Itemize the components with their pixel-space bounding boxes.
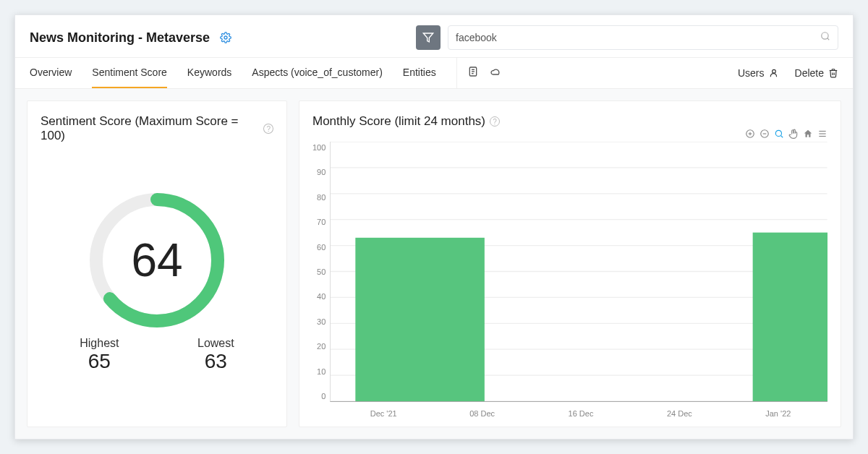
cloud-icon[interactable] [489,66,502,80]
delete-label: Delete [795,67,824,79]
chart-menu-icon[interactable] [817,129,827,142]
tab-keywords[interactable]: Keywords [187,58,231,88]
svg-point-16 [775,130,781,136]
lowest-stat: Lowest 63 [197,337,234,373]
svg-point-8 [772,69,775,73]
search-input-wrapper [448,25,838,50]
sentiment-gauge: 64 [85,188,229,333]
svg-rect-33 [753,233,827,401]
highest-value: 65 [80,350,119,373]
tab-overview[interactable]: Overview [30,58,72,88]
settings-gear-icon[interactable] [220,32,231,43]
zoom-in-icon[interactable] [745,129,755,142]
zoom-area-icon[interactable] [774,129,784,142]
monthly-score-card: Monthly Score (limit 24 months) ? 100908… [299,100,841,427]
sentiment-score-card: Sentiment Score (Maximum Score = 100) ? … [27,100,287,427]
chart-plot-area [330,142,827,402]
svg-line-17 [780,135,783,137]
tab-sentiment-score[interactable]: Sentiment Score [92,58,167,88]
svg-point-2 [822,33,828,39]
pan-icon[interactable] [788,129,799,142]
svg-rect-32 [356,238,485,401]
svg-line-3 [827,38,830,40]
user-icon [769,68,779,78]
header: News Monitoring - Metaverse [15,15,853,57]
delete-button[interactable]: Delete [795,67,838,79]
tab-icon-group [456,58,502,88]
chart-x-axis: Dec '2108 Dec16 Dec24 DecJan '22 [312,402,827,418]
svg-marker-1 [423,33,433,42]
monthly-card-title-text: Monthly Score (limit 24 months) [312,114,485,129]
lowest-label: Lowest [197,337,234,350]
chart-y-axis: 1009080706050403020100 [312,142,330,402]
zoom-out-icon[interactable] [760,129,770,142]
page-title: News Monitoring - Metaverse [30,30,210,46]
users-button[interactable]: Users [738,67,779,79]
sentiment-card-title-text: Sentiment Score (Maximum Score = 100) [41,114,259,143]
help-icon[interactable]: ? [490,116,500,127]
chart-toolbar [312,129,827,142]
filter-button[interactable] [416,25,441,50]
highest-stat: Highest 65 [80,337,119,373]
tab-entities[interactable]: Entities [403,58,436,88]
sentiment-card-title: Sentiment Score (Maximum Score = 100) ? [41,114,273,143]
monthly-card-title: Monthly Score (limit 24 months) ? [312,114,827,129]
search-input[interactable] [456,32,820,43]
notes-icon[interactable] [467,66,479,80]
tab-aspects[interactable]: Aspects (voice_of_customer) [252,58,383,88]
highest-label: Highest [80,337,119,350]
help-icon[interactable]: ? [263,124,273,134]
sentiment-score-value: 64 [85,188,229,333]
tab-bar: Overview Sentiment Score Keywords Aspect… [15,57,853,89]
trash-icon [828,68,838,78]
lowest-value: 63 [197,350,234,373]
search-icon[interactable] [820,31,830,44]
svg-point-0 [224,36,227,39]
reset-home-icon[interactable] [803,129,813,142]
users-label: Users [738,67,765,79]
